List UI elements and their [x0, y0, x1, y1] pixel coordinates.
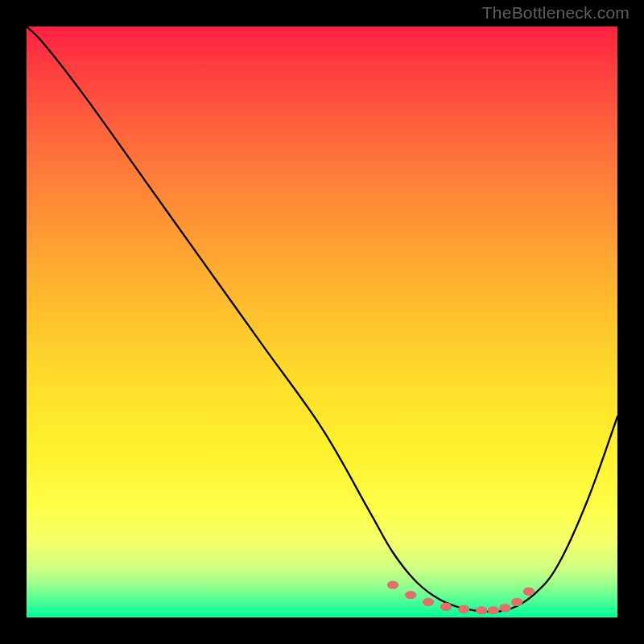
- watermark-text: TheBottleneck.com: [482, 3, 630, 23]
- optimal-markers: [387, 580, 535, 614]
- marker-dot: [405, 591, 416, 599]
- marker-dot: [523, 588, 535, 596]
- plot-area: [27, 27, 617, 617]
- marker-dot: [440, 603, 452, 611]
- marker-dot: [458, 605, 469, 613]
- curve-svg: [27, 27, 617, 617]
- marker-dot: [423, 598, 434, 606]
- chart-frame: TheBottleneck.com: [0, 0, 644, 644]
- marker-dot: [476, 606, 487, 614]
- marker-dot: [387, 580, 398, 588]
- marker-dot: [488, 606, 499, 614]
- bottleneck-curve: [27, 27, 617, 612]
- marker-dot: [499, 604, 510, 612]
- marker-dot: [511, 598, 522, 606]
